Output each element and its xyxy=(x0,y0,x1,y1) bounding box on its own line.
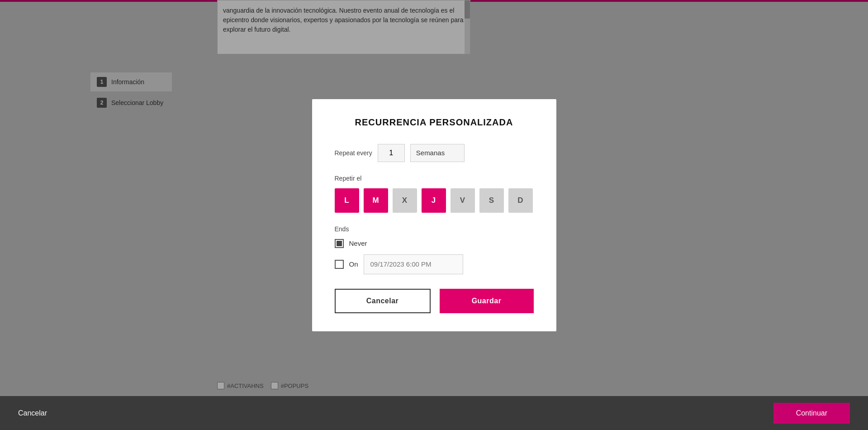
modal-title: RECURRENCIA PERSONALIZADA xyxy=(335,117,534,128)
ends-on-label: On xyxy=(349,260,358,268)
ends-date-input[interactable] xyxy=(364,254,463,274)
ends-checkbox-never[interactable] xyxy=(335,239,344,248)
day-btn-V[interactable]: V xyxy=(451,188,475,213)
day-btn-M[interactable]: M xyxy=(364,188,388,213)
ends-label: Ends xyxy=(335,225,534,233)
ends-option-on: On xyxy=(335,254,534,274)
save-button[interactable]: Guardar xyxy=(440,289,534,313)
days-row: L M X J V S D xyxy=(335,188,534,213)
repeat-unit-select[interactable]: Semanas Días Meses xyxy=(410,144,465,162)
cancel-button[interactable]: Cancelar xyxy=(335,289,431,313)
bottom-continue-button[interactable]: Continuar xyxy=(773,403,850,424)
modal-buttons: Cancelar Guardar xyxy=(335,289,534,313)
modal-overlay: RECURRENCIA PERSONALIZADA Repeat every S… xyxy=(0,0,868,430)
day-btn-D[interactable]: D xyxy=(508,188,533,213)
ends-option-never: Never xyxy=(335,239,534,248)
day-btn-J[interactable]: J xyxy=(422,188,446,213)
day-btn-S[interactable]: S xyxy=(479,188,504,213)
day-btn-X[interactable]: X xyxy=(393,188,417,213)
bottom-bar: Cancelar Continuar xyxy=(0,396,868,430)
repeat-every-row: Repeat every Semanas Días Meses xyxy=(335,144,534,162)
repeat-every-label: Repeat every xyxy=(335,149,372,157)
ends-options: Never On xyxy=(335,239,534,274)
repetir-label: Repetir el xyxy=(335,175,534,182)
repeat-number-input[interactable] xyxy=(378,144,405,162)
ends-checkbox-on[interactable] xyxy=(335,260,344,269)
recurrence-modal: RECURRENCIA PERSONALIZADA Repeat every S… xyxy=(312,99,556,331)
bottom-cancel-button[interactable]: Cancelar xyxy=(18,409,47,417)
ends-never-label: Never xyxy=(349,239,367,247)
day-btn-L[interactable]: L xyxy=(335,188,359,213)
